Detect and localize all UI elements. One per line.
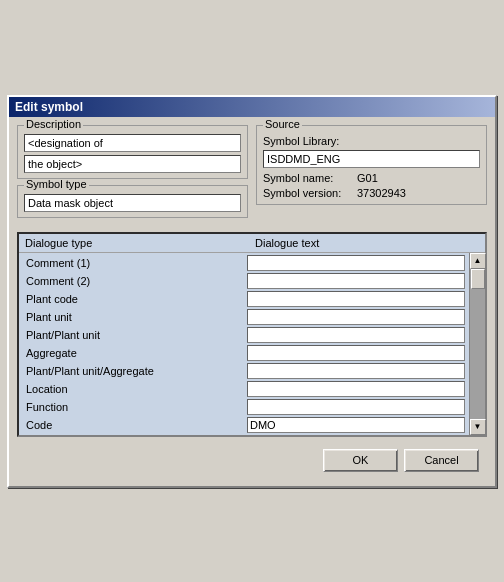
top-section: Description Symbol type Source Symbol Li… bbox=[17, 125, 487, 224]
row-label-5: Aggregate bbox=[23, 345, 243, 361]
right-panel: Source Symbol Library: Symbol name: G01 … bbox=[256, 125, 487, 224]
row-label-4: Plant/Plant unit bbox=[23, 327, 243, 343]
col-type-header: Dialogue type bbox=[25, 237, 255, 249]
ok-button[interactable]: OK bbox=[323, 449, 398, 472]
description-line1[interactable] bbox=[24, 134, 241, 152]
row-input-9[interactable] bbox=[247, 417, 465, 433]
description-box: Description bbox=[17, 125, 248, 179]
row-label-7: Location bbox=[23, 381, 243, 397]
description-line2[interactable] bbox=[24, 155, 241, 173]
symbol-version-label: Symbol version: bbox=[263, 187, 353, 199]
edit-symbol-dialog: Edit symbol Description Symbol type Sour… bbox=[7, 95, 497, 488]
row-input-8[interactable] bbox=[247, 399, 465, 415]
library-input[interactable] bbox=[263, 150, 480, 168]
symbol-type-box: Symbol type bbox=[17, 185, 248, 218]
dialogue-table: Dialogue type Dialogue text Comment (1) … bbox=[17, 232, 487, 437]
row-input-5[interactable] bbox=[247, 345, 465, 361]
scroll-down-button[interactable]: ▼ bbox=[470, 419, 486, 435]
row-label-0: Comment (1) bbox=[23, 255, 243, 271]
col-text-header: Dialogue text bbox=[255, 237, 479, 249]
source-legend: Source bbox=[263, 119, 302, 130]
row-label-9: Code bbox=[23, 417, 243, 433]
symbol-type-input[interactable] bbox=[24, 194, 241, 212]
row-input-4[interactable] bbox=[247, 327, 465, 343]
symbol-name-label: Symbol name: bbox=[263, 172, 353, 184]
row-input-6[interactable] bbox=[247, 363, 465, 379]
table-row: Comment (2) bbox=[23, 273, 465, 289]
description-legend: Description bbox=[24, 119, 83, 130]
row-input-3[interactable] bbox=[247, 309, 465, 325]
table-content: Comment (1) Comment (2) Plant code bbox=[19, 253, 469, 435]
buttons-row: OK Cancel bbox=[17, 445, 487, 478]
table-row: Plant/Plant unit/Aggregate bbox=[23, 363, 465, 379]
dialog-body: Description Symbol type Source Symbol Li… bbox=[9, 117, 495, 486]
left-panel: Description Symbol type bbox=[17, 125, 248, 224]
symbol-name-value: G01 bbox=[357, 172, 378, 184]
table-body: Comment (1) Comment (2) Plant code bbox=[19, 253, 469, 435]
symbol-type-legend: Symbol type bbox=[24, 179, 89, 190]
table-row: Code bbox=[23, 417, 465, 433]
row-input-0[interactable] bbox=[247, 255, 465, 271]
scroll-up-button[interactable]: ▲ bbox=[470, 253, 486, 269]
source-box: Source Symbol Library: Symbol name: G01 … bbox=[256, 125, 487, 205]
table-header: Dialogue type Dialogue text bbox=[19, 234, 485, 253]
title-bar: Edit symbol bbox=[9, 97, 495, 117]
row-label-1: Comment (2) bbox=[23, 273, 243, 289]
table-row: Location bbox=[23, 381, 465, 397]
scroll-track bbox=[470, 269, 485, 419]
table-row: Aggregate bbox=[23, 345, 465, 361]
row-input-2[interactable] bbox=[247, 291, 465, 307]
dialog-title: Edit symbol bbox=[15, 100, 83, 114]
row-label-6: Plant/Plant unit/Aggregate bbox=[23, 363, 243, 379]
row-label-3: Plant unit bbox=[23, 309, 243, 325]
cancel-button[interactable]: Cancel bbox=[404, 449, 479, 472]
row-label-2: Plant code bbox=[23, 291, 243, 307]
row-input-1[interactable] bbox=[247, 273, 465, 289]
library-label: Symbol Library: bbox=[263, 135, 339, 147]
scroll-thumb[interactable] bbox=[471, 269, 485, 289]
table-row: Comment (1) bbox=[23, 255, 465, 271]
row-label-8: Function bbox=[23, 399, 243, 415]
symbol-version-value: 37302943 bbox=[357, 187, 406, 199]
row-input-7[interactable] bbox=[247, 381, 465, 397]
table-row: Plant unit bbox=[23, 309, 465, 325]
table-row: Plant code bbox=[23, 291, 465, 307]
table-row: Plant/Plant unit bbox=[23, 327, 465, 343]
table-scroll-area: Comment (1) Comment (2) Plant code bbox=[19, 253, 485, 435]
table-scrollbar: ▲ ▼ bbox=[469, 253, 485, 435]
table-row: Function bbox=[23, 399, 465, 415]
